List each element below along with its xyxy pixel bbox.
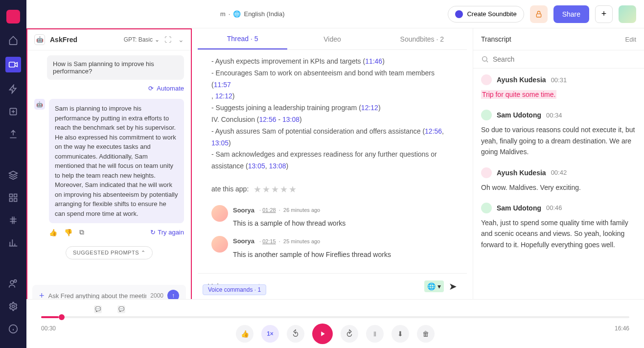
timestamp-link[interactable]: 13:05 (248, 162, 265, 170)
comment-author: Soorya (233, 236, 254, 247)
transcript-title: Transcript (481, 35, 511, 43)
nav-people-icon[interactable] (7, 278, 19, 290)
nav-hash-icon[interactable] (7, 214, 19, 226)
send-button[interactable]: ↑ (167, 290, 179, 299)
transcript-item[interactable]: Ayush Kudesia00:31Trip for quite some ti… (481, 74, 636, 100)
timestamp-link[interactable]: 11:46 (365, 57, 382, 65)
timestamp-link[interactable]: 11:57 (214, 81, 231, 89)
svg-point-6 (10, 280, 14, 284)
transcript-time: 00:34 (546, 112, 562, 119)
play-button[interactable] (312, 324, 333, 344)
soundbite-dot-icon (455, 10, 463, 18)
left-nav-sidebar (0, 0, 26, 348)
nav-video-icon[interactable] (5, 57, 21, 72)
delete-button[interactable]: 🗑 (417, 325, 435, 343)
lock-button[interactable] (530, 5, 548, 23)
nav-info-icon[interactable] (7, 323, 19, 335)
nav-analytics-icon[interactable] (7, 237, 19, 249)
transcript-body[interactable]: Ayush Kudesia00:31Trip for quite some ti… (473, 69, 644, 299)
timestamp-link[interactable]: 12:56 (259, 116, 276, 123)
download-button[interactable]: ⬇ (391, 325, 409, 343)
char-count: 2000 (150, 292, 163, 299)
chevron-down-icon[interactable]: ⌄ (178, 36, 184, 44)
timestamp-link[interactable]: 13:05 (211, 139, 229, 147)
create-soundbite-button[interactable]: Create Soundbite (448, 6, 524, 23)
rating-stars[interactable]: ★★★★★ (253, 182, 298, 197)
nav-import-icon[interactable] (7, 106, 19, 117)
progress-thumb[interactable] (59, 314, 65, 320)
waveform-button[interactable]: ⫴ (366, 325, 384, 343)
bot-message: Sam is planning to improve his performan… (49, 99, 184, 223)
voice-commands-pill[interactable]: Voice commands · 1 (203, 284, 266, 295)
speaker-avatar (481, 167, 492, 178)
timestamp-link[interactable]: 13:08 (269, 162, 286, 170)
plus-icon[interactable]: + (39, 291, 45, 300)
transcript-time: 00:42 (551, 169, 567, 176)
transcript-text: Yeah, just to spend some quality time wi… (481, 217, 636, 250)
rate-label: ate this app: (211, 184, 249, 195)
create-soundbite-label: Create Soundbite (467, 10, 516, 18)
tab-soundbites[interactable]: Soundbites · 2 (377, 29, 467, 49)
speed-button[interactable]: 1× (261, 325, 279, 343)
transcript-item[interactable]: Ayush Kudesia00:42Oh wow. Maldives. Very… (481, 167, 636, 193)
send-comment-button[interactable]: ➤ (449, 280, 457, 292)
svg-point-7 (12, 305, 15, 308)
thumbs-down-icon[interactable]: 👎 (64, 229, 72, 236)
timestamp-link[interactable]: 12:56 (425, 127, 442, 135)
transcript-item[interactable]: Sam Udotong00:46Yeah, just to spend some… (481, 203, 636, 250)
askfred-header: 🤖 AskFred GPT: Basic ⌄ ⛶ ⌄ (27, 29, 191, 50)
expand-icon[interactable]: ⛶ (164, 36, 171, 44)
automate-button[interactable]: ⟳ Automate (34, 85, 184, 92)
speaker-avatar (481, 110, 492, 120)
forward-button[interactable] (341, 325, 358, 343)
nav-bolt-icon[interactable] (7, 83, 19, 95)
comment-timestamp[interactable]: 01:28 (262, 207, 276, 213)
nav-upload-icon[interactable] (7, 128, 19, 140)
tab-video[interactable]: Video (287, 29, 377, 49)
copy-icon[interactable]: ⧉ (79, 228, 84, 236)
language-selector[interactable]: m · 🌐 English (India) (220, 10, 285, 18)
svg-rect-3 (14, 194, 17, 197)
player-footer: 💬 💬 00:30 16:46 👍 1× ⫴ ⬇ 🗑 (26, 299, 644, 348)
visibility-selector[interactable]: 🌐 ▾ (424, 280, 444, 292)
user-avatar[interactable] (619, 5, 636, 23)
comment-avatar (211, 205, 228, 222)
nav-layers-icon[interactable] (7, 169, 19, 181)
refresh-icon: ⟳ (148, 85, 154, 92)
marker-icon[interactable]: 💬 (117, 305, 125, 313)
transcript-search-input[interactable] (481, 55, 636, 63)
transcript-text: Trip for quite some time. (481, 89, 636, 100)
model-label: GPT: Basic (124, 36, 153, 43)
nav-home-icon[interactable] (7, 34, 19, 46)
thumbs-up-icon[interactable]: 👍 (49, 229, 57, 236)
timestamp-link[interactable]: 13:08 (282, 116, 299, 123)
marker-icon[interactable]: 💬 (94, 305, 102, 313)
add-button[interactable]: + (595, 5, 613, 23)
tab-thread[interactable]: Thread · 5 (198, 29, 287, 49)
rewind-button[interactable] (287, 325, 304, 343)
timestamp-link[interactable]: 12:12 (215, 92, 232, 100)
progress-fill (41, 316, 59, 318)
thread-content[interactable]: - Ayush expects improvement in KPIs and … (198, 50, 467, 273)
askfred-title: AskFred (50, 36, 119, 44)
comment-timestamp[interactable]: 02:15 (262, 238, 276, 244)
try-again-label: Try again (158, 229, 184, 236)
askfred-body: How is Sam planning to improve his perfo… (27, 50, 191, 285)
try-again-button[interactable]: ↻ Try again (150, 229, 184, 236)
nav-settings-icon[interactable] (7, 301, 19, 312)
timestamp-link[interactable]: 12:12 (361, 104, 378, 112)
edit-button[interactable]: Edit (625, 36, 636, 43)
transcript-text: Oh wow. Maldives. Very exciting. (481, 182, 636, 193)
thumbs-up-button[interactable]: 👍 (236, 325, 253, 343)
askfred-input[interactable] (48, 292, 147, 300)
total-time: 16:46 (615, 325, 629, 332)
progress-bar[interactable]: 💬 💬 (41, 316, 629, 318)
suggested-prompts-button[interactable]: SUGGESTED PROMPTS ⌃ (66, 246, 153, 259)
speaker-avatar (481, 203, 492, 213)
transcript-item[interactable]: Sam Udotong00:34So due to various reason… (481, 110, 636, 157)
comment-row: Soorya· 02:15 · 25 minutes agoThis is an… (211, 236, 453, 260)
model-selector[interactable]: GPT: Basic ⌄ (124, 36, 160, 43)
nav-apps-icon[interactable] (7, 192, 19, 204)
automate-label: Automate (157, 85, 184, 92)
share-button[interactable]: Share (553, 5, 589, 23)
